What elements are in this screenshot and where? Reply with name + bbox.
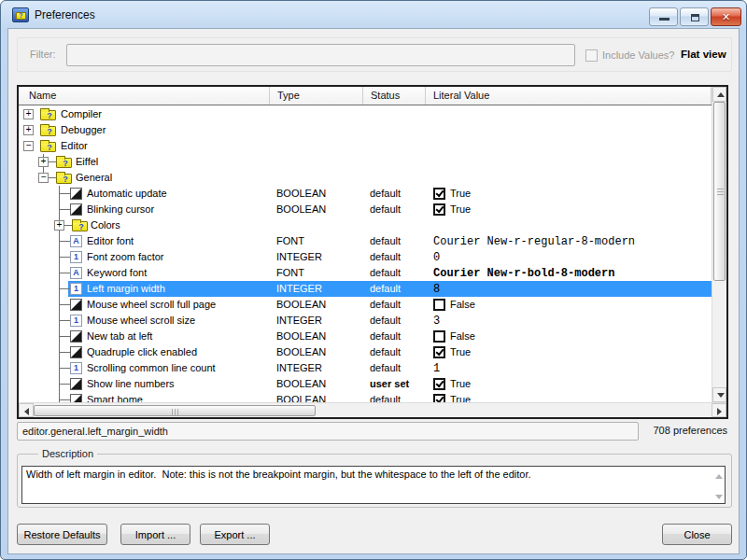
type-cell: INTEGER xyxy=(276,283,322,294)
boolean-icon xyxy=(70,346,82,358)
maximize-icon xyxy=(691,14,699,21)
tree-row[interactable]: −General xyxy=(19,170,712,186)
import-button[interactable]: Import ... xyxy=(120,524,190,545)
vertical-scroll-thumb[interactable] xyxy=(713,102,726,281)
status-cell: default xyxy=(370,394,401,402)
type-cell: INTEGER xyxy=(276,251,322,262)
value-label: True xyxy=(450,203,471,215)
column-header-status[interactable]: Status xyxy=(363,87,426,105)
tree-row[interactable]: AEditor fontFONTdefaultCourier New-r-reg… xyxy=(19,233,712,249)
type-cell: BOOLEAN xyxy=(276,299,326,310)
status-cell: default xyxy=(370,315,401,326)
tree-row[interactable]: 1Left margin widthINTEGERdefault8 xyxy=(19,281,712,297)
close-icon: ✕ xyxy=(712,11,740,24)
flat-view-toggle[interactable]: Flat view xyxy=(681,49,726,60)
expand-toggle[interactable]: + xyxy=(23,109,34,119)
scroll-down-button[interactable] xyxy=(712,387,726,402)
status-cell: user set xyxy=(370,378,409,389)
close-dialog-button[interactable]: Close xyxy=(662,524,732,545)
scroll-right-button[interactable] xyxy=(712,403,726,417)
description-scroll-up-icon[interactable] xyxy=(715,474,723,479)
boolean-icon xyxy=(70,394,82,402)
minimize-icon xyxy=(659,18,669,21)
value-checkbox[interactable] xyxy=(433,299,445,311)
column-header-literal[interactable]: Literal Value xyxy=(426,87,712,105)
expand-toggle[interactable]: + xyxy=(54,220,64,231)
maximize-button[interactable] xyxy=(680,7,709,26)
title-bar[interactable]: Preferences ✕ xyxy=(1,1,746,29)
value-checkbox[interactable] xyxy=(433,188,445,200)
tree-item-label: Compiler xyxy=(61,108,102,119)
arrow-down-icon xyxy=(717,393,725,398)
tree-row[interactable]: Show line numbersBOOLEANuser setTrue xyxy=(19,376,712,392)
restore-defaults-button[interactable]: Restore Defaults xyxy=(17,524,107,545)
horizontal-scroll-thumb[interactable] xyxy=(34,405,316,416)
tree-item-label: Show line numbers xyxy=(87,378,175,389)
tree-connector xyxy=(59,304,70,305)
preferences-window: Preferences ✕ Filter: Include Values? Fl… xyxy=(0,0,747,560)
tree-item-label: New tab at left xyxy=(87,330,152,342)
tree-row[interactable]: +Debugger xyxy=(19,122,712,138)
preference-count: 708 preferences xyxy=(654,425,728,436)
tree-connector xyxy=(59,399,70,400)
tree-row[interactable]: 1Mouse wheel scroll sizeINTEGERdefault3 xyxy=(19,313,712,329)
value-checkbox[interactable] xyxy=(433,330,445,343)
expand-toggle[interactable]: − xyxy=(38,173,49,183)
scroll-left-button[interactable] xyxy=(19,403,34,417)
export-button[interactable]: Export ... xyxy=(200,524,270,545)
column-header-type[interactable]: Type xyxy=(270,87,363,105)
close-button[interactable]: ✕ xyxy=(711,7,741,26)
description-group: Description Width of left margin in edit… xyxy=(17,448,732,508)
folder-icon xyxy=(56,174,72,184)
expand-toggle[interactable]: − xyxy=(23,141,34,151)
value-checkbox[interactable] xyxy=(433,203,445,216)
tree-row[interactable]: Quadruple click enabledBOOLEANdefaultTru… xyxy=(19,344,712,360)
tree-row[interactable]: Blinking cursorBOOLEANdefaultTrue xyxy=(19,202,712,217)
tree-row[interactable]: Smart homeBOOLEANdefaultTrue xyxy=(19,392,712,402)
horizontal-scrollbar[interactable] xyxy=(19,402,726,417)
integer-icon: 1 xyxy=(70,283,82,295)
font-icon: A xyxy=(70,267,82,279)
tree-row[interactable]: 1Font zoom factorINTEGERdefault0 xyxy=(19,249,712,265)
tree-row[interactable]: 1Scrolling common line countINTEGERdefau… xyxy=(19,360,712,376)
folder-icon xyxy=(40,142,56,152)
scroll-up-button[interactable] xyxy=(712,87,726,102)
tree-row[interactable]: New tab at leftBOOLEANdefaultFalse xyxy=(19,329,712,344)
expand-toggle[interactable]: + xyxy=(38,157,49,167)
status-cell: default xyxy=(370,188,401,199)
filter-input[interactable] xyxy=(66,44,575,66)
value-checkbox[interactable] xyxy=(433,378,445,390)
tree-row[interactable]: −Editor xyxy=(19,138,712,154)
tree-item-label: Editor font xyxy=(87,235,134,246)
tree-row[interactable]: Automatic updateBOOLEANdefaultTrue xyxy=(19,186,712,202)
tree-connector xyxy=(59,384,70,385)
description-legend: Description xyxy=(38,448,97,459)
description-text[interactable]: Width of left margin in editor. Note: th… xyxy=(21,466,726,504)
column-header-name[interactable]: Name xyxy=(19,87,270,105)
tree-row[interactable]: AKeyword fontFONTdefaultCourier New-r-bo… xyxy=(19,265,712,281)
window-title: Preferences xyxy=(35,8,95,21)
type-cell: BOOLEAN xyxy=(276,203,326,215)
tree-connector xyxy=(59,320,70,321)
vertical-scrollbar[interactable] xyxy=(712,87,726,402)
description-scroll-down-icon[interactable] xyxy=(715,495,723,499)
value-checkbox[interactable] xyxy=(433,394,445,402)
include-values-label: Include Values? xyxy=(602,49,674,61)
expand-toggle[interactable]: + xyxy=(23,125,34,135)
tree-connector xyxy=(59,241,70,242)
tree-row[interactable]: +Colors xyxy=(19,217,712,233)
tree-item-label: Automatic update xyxy=(87,188,167,199)
value-checkbox[interactable] xyxy=(433,346,445,358)
value-label: True xyxy=(450,188,471,199)
type-cell: BOOLEAN xyxy=(276,346,326,357)
tree-row[interactable]: +Eiffel xyxy=(19,154,712,170)
integer-icon: 1 xyxy=(70,362,82,374)
tree-row[interactable]: Mouse wheel scroll full pageBOOLEANdefau… xyxy=(19,297,712,313)
tree-row[interactable]: +Compiler xyxy=(19,106,712,122)
type-cell: FONT xyxy=(276,267,304,278)
value-label: False xyxy=(450,330,475,342)
minimize-button[interactable] xyxy=(649,7,678,26)
include-values-checkbox[interactable] xyxy=(585,49,598,62)
dialog-client: Filter: Include Values? Flat view Name T… xyxy=(7,28,740,554)
tree-connector xyxy=(59,368,70,369)
